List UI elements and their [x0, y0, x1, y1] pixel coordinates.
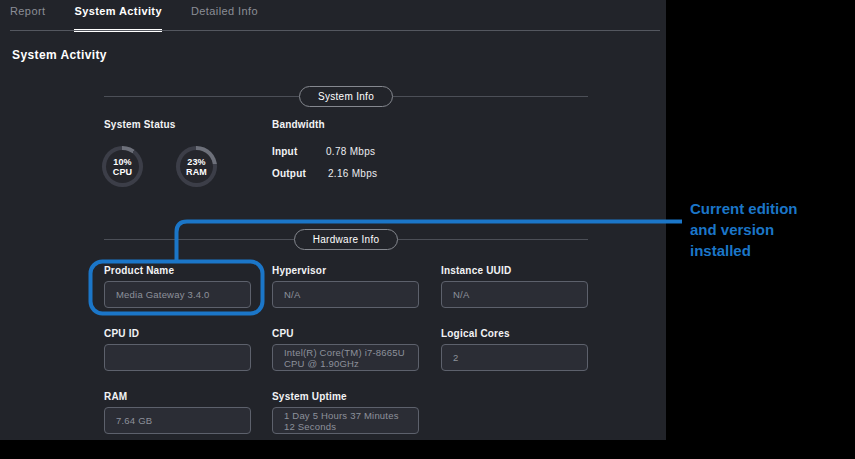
system-uptime-field[interactable]: 1 Day 5 Hours 37 Minutes 12 Seconds [272, 407, 419, 434]
bandwidth-input-value: 0.78 Mbps [326, 146, 375, 157]
bandwidth-label: Bandwidth [272, 119, 325, 130]
hardware-info-pill: Hardware Info [294, 229, 399, 250]
app-panel: Report System Activity Detailed Info Sys… [0, 0, 666, 440]
page-title: System Activity [12, 48, 107, 62]
divider-line [104, 239, 294, 240]
divider-line [393, 96, 588, 97]
bandwidth-input-label: Input [272, 146, 297, 157]
ram-unit-label: RAM [186, 167, 207, 177]
ram-usage-gauge: 23% RAM [176, 146, 217, 187]
cpu-unit-label: CPU [113, 167, 133, 177]
cpu-percent-value: 10% [113, 157, 132, 167]
ram-gauge-readout: 23% RAM [180, 150, 213, 183]
hypervisor-field[interactable]: N/A [272, 281, 419, 308]
instance-uuid-field[interactable]: N/A [441, 281, 588, 308]
hardware-info-section-header: Hardware Info [104, 229, 588, 250]
divider-line [104, 96, 299, 97]
hypervisor-label: Hypervisor [272, 265, 326, 276]
tab-detailed-info[interactable]: Detailed Info [191, 5, 258, 17]
cpu-gauge-readout: 10% CPU [106, 150, 139, 183]
ram-label: RAM [104, 391, 127, 402]
tab-report[interactable]: Report [10, 5, 45, 17]
system-status-label: System Status [104, 119, 176, 130]
cpu-usage-gauge: 10% CPU [102, 146, 143, 187]
cpu-id-label: CPU ID [104, 328, 139, 339]
product-name-field[interactable]: Media Gateway 3.4.0 [104, 281, 251, 308]
bandwidth-output-label: Output [272, 168, 306, 179]
tab-system-activity[interactable]: System Activity [74, 5, 162, 17]
system-info-pill: System Info [299, 86, 393, 107]
tab-bar: Report System Activity Detailed Info [0, 0, 666, 31]
tabbar-divider [10, 30, 660, 31]
product-name-label: Product Name [104, 265, 174, 276]
instance-uuid-label: Instance UUID [441, 265, 511, 276]
logical-cores-field[interactable]: 2 [441, 344, 588, 371]
ram-field[interactable]: 7.64 GB [104, 407, 251, 434]
bandwidth-output-value: 2.16 Mbps [328, 168, 377, 179]
annotation-text: Current edition and version installed [690, 198, 812, 261]
system-info-section-header: System Info [104, 86, 588, 107]
logical-cores-label: Logical Cores [441, 328, 510, 339]
divider-line [398, 239, 588, 240]
cpu-id-field[interactable] [104, 344, 251, 371]
system-uptime-label: System Uptime [272, 391, 347, 402]
ram-percent-value: 23% [187, 157, 206, 167]
cpu-label: CPU [272, 328, 294, 339]
cpu-field[interactable]: Intel(R) Core(TM) i7-8665U CPU @ 1.90GHz [272, 344, 419, 371]
